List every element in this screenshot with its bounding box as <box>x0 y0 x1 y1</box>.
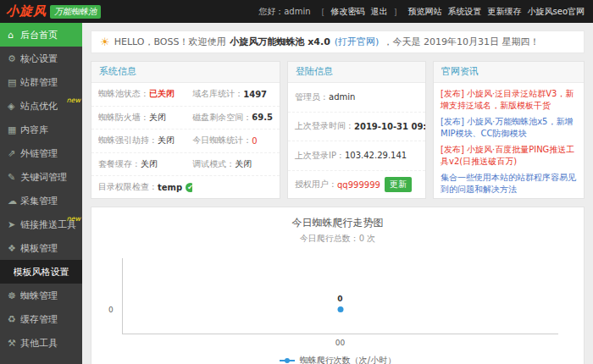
sidebar-item[interactable]: ◈站点优化new <box>0 94 82 118</box>
info-value: 关闭 <box>158 135 175 146</box>
system-info-cell: 磁盘剩余空间：69.54 GB <box>192 112 273 124</box>
login-info-row: 上次登录时间：2019-10-31 09:59 <box>288 113 425 142</box>
sidebar-item[interactable]: ⌂后台首页 <box>0 23 82 47</box>
bracket-left: ［ <box>317 6 325 18</box>
sidebar-item-label: 关键词管理 <box>20 171 67 184</box>
info-label: 授权用户： <box>295 179 337 190</box>
gear-icon: ⚙ <box>8 53 20 64</box>
system-info-cell: 蜘蛛池状态：已关闭 <box>98 88 192 100</box>
optimize-icon: ◈ <box>8 101 20 112</box>
logo-text: 小旋风 <box>6 3 47 19</box>
sidebar-item-label: 后台首页 <box>20 29 58 41</box>
chart-legend[interactable]: 蜘蛛爬行次数（次/小时） <box>91 355 584 364</box>
system-info-cell: 套餐缓存：关闭 <box>98 158 192 170</box>
sidebar-item[interactable]: 模板风格设置 <box>0 260 82 284</box>
logout-link[interactable]: 退出 <box>371 6 388 18</box>
data-point-label: 0 <box>337 295 342 303</box>
news-item-link[interactable]: [发布] 小旋风·泛目录泛站群V3，新增支持泛域名，新版模板干货 <box>441 88 577 112</box>
news-panel: 官网资讯 [发布] 小旋风·泛目录泛站群V3，新增支持泛域名，新版模板干货[发布… <box>433 61 585 199</box>
refresh-cache-link[interactable]: 更新缓存 <box>488 6 522 18</box>
sidebar-item-label: 采集管理 <box>20 195 58 207</box>
header-links: 您好：admin ［ 修改密码 退出 ］ 预览网站 系统设置 更新缓存 小旋风s… <box>258 6 585 18</box>
system-info-cell: 域名库统计：1497 <box>192 88 273 100</box>
info-label: 调试模式： <box>192 158 235 170</box>
cache-icon: ♻ <box>8 314 20 325</box>
logo-badge: 万能蜘蛛池 <box>50 5 101 19</box>
info-label: 上次登录时间： <box>295 120 354 132</box>
sidebar: ⌂后台首页⚙核心设置▤站群管理◈站点优化new▦内容库⇗外链管理✎关键词管理☁采… <box>0 23 82 364</box>
sidebar-item[interactable]: ❖模板管理 <box>0 236 82 260</box>
sidebar-item-label: 内容库 <box>20 124 48 136</box>
info-value: temp <box>158 183 182 192</box>
check-icon: ✔ <box>186 183 192 192</box>
sidebar-item[interactable]: ⚙核心设置 <box>0 47 82 70</box>
official-site-link[interactable]: 小旋风seo官网 <box>528 6 585 18</box>
new-badge: new <box>66 97 80 104</box>
chart-subtitle: 今日爬行总数：0 次 <box>91 233 584 245</box>
sidebar-item[interactable]: ☸蜘蛛管理 <box>0 284 82 307</box>
system-settings-link[interactable]: 系统设置 <box>448 6 482 18</box>
spider-icon: ☸ <box>8 290 20 301</box>
link-push-icon: ➤ <box>8 219 20 230</box>
info-label: 套餐缓存： <box>98 158 141 170</box>
update-button[interactable]: 更新 <box>385 177 412 192</box>
sidebar-item[interactable]: ✎关键词管理 <box>0 165 82 189</box>
system-info-panel: 系统信息 蜘蛛池状态：已关闭域名库统计：1497蜘蛛防火墙：关闭磁盘剩余空间：6… <box>91 61 280 199</box>
system-info-cell: 今日蜘蛛统计：0 <box>192 135 273 146</box>
welcome-text-prefix: HELLO，BOSS！欢迎使用 <box>114 36 226 48</box>
info-value: 1497 <box>243 90 267 99</box>
system-info-row: 套餐缓存：关闭调试模式：关闭 <box>91 153 280 177</box>
sidebar-item[interactable]: ▦内容库 <box>0 118 82 141</box>
tools-icon: ⚒ <box>8 338 20 349</box>
news-item-link[interactable]: [发布] 小旋风·百度批量PING推送工具v2(日推送破百万) <box>441 144 577 168</box>
product-name: 小旋风万能蜘蛛池 x4.0 <box>230 36 330 48</box>
info-label: 蜘蛛池状态： <box>98 88 149 100</box>
info-label: 上次登录IP： <box>295 150 345 162</box>
collect-icon: ☁ <box>8 196 20 207</box>
news-item-link[interactable]: 集合一些使用本站的站群程序容易见到的问题和解决方法 <box>441 172 577 196</box>
template-icon: ❖ <box>8 243 20 254</box>
change-password-link[interactable]: 修改密码 <box>331 6 365 18</box>
home-icon: ⌂ <box>8 30 20 41</box>
preview-site-link[interactable]: 预览网站 <box>408 6 442 18</box>
site-group-icon: ▤ <box>8 77 20 88</box>
news-list: [发布] 小旋风·泛目录泛站群V3，新增支持泛域名，新版模板干货[发布] 小旋风… <box>434 83 584 199</box>
open-official-site-link[interactable]: (打开官网) <box>335 36 380 48</box>
content-library-icon: ▦ <box>8 124 20 135</box>
sidebar-item-label: 模板风格设置 <box>14 266 69 279</box>
sidebar-item-label: 缓存管理 <box>20 313 58 326</box>
info-label: 磁盘剩余空间： <box>192 112 252 124</box>
info-value: 关闭 <box>235 158 252 170</box>
login-info-row: 管理员：admin <box>288 83 425 113</box>
info-value: qq999999 <box>337 180 380 190</box>
sidebar-menu: ⌂后台首页⚙核心设置▤站群管理◈站点优化new▦内容库⇗外链管理✎关键词管理☁采… <box>0 23 82 355</box>
sidebar-item[interactable]: ☁采集管理 <box>0 189 82 212</box>
x-axis-tick: 00 <box>335 339 345 347</box>
sidebar-item[interactable]: ♻缓存管理 <box>0 307 82 331</box>
login-info-row: 上次登录IP：103.42.29.141 <box>288 141 425 171</box>
app-window: 小旋风 万能蜘蛛池 您好：admin ［ 修改密码 退出 ］ 预览网站 系统设置… <box>0 0 593 364</box>
info-value: 关闭 <box>149 112 166 124</box>
sidebar-item[interactable]: ▤站群管理 <box>0 70 82 94</box>
welcome-text-suffix: ，今天是 2019年10月31日 星期四！ <box>383 36 539 48</box>
info-label: 蜘蛛防火墙： <box>98 112 149 124</box>
info-value: 2019-10-31 09:59 <box>354 122 425 131</box>
sidebar-item[interactable]: ⇗外链管理 <box>0 141 82 165</box>
sidebar-item-label: 站群管理 <box>20 76 58 89</box>
info-value: admin <box>329 92 355 102</box>
info-label: 目录权限检查： <box>98 181 158 193</box>
news-item-link[interactable]: [发布] 小旋风·万能蜘蛛池x5，新增MIP模块、CC防御模块 <box>441 116 577 140</box>
main-content: ☀ HELLO，BOSS！欢迎使用 小旋风万能蜘蛛池 x4.0 (打开官网) ，… <box>82 23 593 364</box>
system-info-row: 蜘蛛池状态：已关闭域名库统计：1497 <box>91 83 280 107</box>
y-axis-tick: 0 <box>108 306 114 314</box>
login-info-row: 授权用户：qq999999更新 <box>288 171 425 200</box>
bracket-right: ］ <box>394 6 402 18</box>
sidebar-item-label: 站点优化 <box>20 100 58 113</box>
sidebar-item[interactable]: ➤链接推送工具new <box>0 212 82 236</box>
info-value: 关闭 <box>141 158 158 170</box>
system-info-body: 蜘蛛池状态：已关闭域名库统计：1497蜘蛛防火墙：关闭磁盘剩余空间：69.54 … <box>91 83 280 199</box>
sidebar-item[interactable]: ⚒其他工具 <box>0 331 82 355</box>
system-info-cell: 调试模式：关闭 <box>192 158 273 170</box>
keyword-icon: ✎ <box>8 172 20 183</box>
info-value: 103.42.29.141 <box>345 151 407 160</box>
